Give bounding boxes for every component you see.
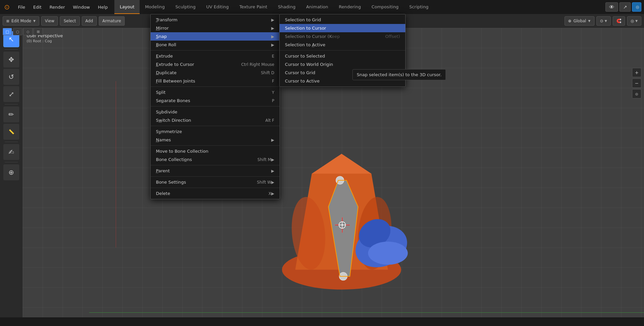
snap-cursor-to-world-origin[interactable]: Cursor to World Origin — [280, 60, 405, 69]
axis-line-green — [89, 312, 644, 313]
transform-selector[interactable]: ⊕ Global ▼ — [565, 16, 594, 26]
menu-item-fill-between[interactable]: Fill Between Joints F — [151, 77, 280, 85]
menu-item-bone-roll[interactable]: Bone Roll ▶ — [151, 41, 280, 49]
tool-move[interactable]: ✥ — [3, 52, 19, 68]
tool-ruler[interactable]: 📏 — [3, 124, 19, 140]
select-btn[interactable]: Select — [60, 16, 79, 26]
menu-item-extrude[interactable]: Extrude E — [151, 52, 280, 60]
top-menu-items: File Edit Render Window Help — [14, 0, 112, 14]
tab-animation[interactable]: Animation — [301, 0, 333, 14]
svg-point-11 — [368, 242, 408, 265]
menu-item-move-to-bone-coll[interactable]: Move to Bone Collection — [151, 147, 280, 155]
select-mode-circle[interactable]: ○ — [13, 28, 22, 35]
tab-layout[interactable]: Layout — [114, 0, 140, 14]
menu-item-separate-bones[interactable]: Separate Bones P — [151, 96, 280, 105]
tab-texture-paint[interactable]: Texture Paint — [234, 0, 273, 14]
snap-sep-1 — [280, 50, 405, 51]
menu-window[interactable]: Window — [69, 0, 94, 14]
menu-item-delete[interactable]: Delete X▶ — [151, 189, 280, 198]
tool-sep-4 — [5, 162, 18, 162]
tab-shading[interactable]: Shading — [273, 0, 301, 14]
menu-item-duplicate[interactable]: Duplicate Shift D — [151, 69, 280, 77]
menu-item-subdivide[interactable]: Subdivide — [151, 108, 280, 116]
menu-sep-1 — [151, 50, 280, 51]
tab-sculpting[interactable]: Sculpting — [170, 0, 201, 14]
workspace-tabs: Layout Modeling Sculpting UV Editing Tex… — [114, 0, 434, 14]
select-mode-extra[interactable]: ⊞ — [34, 28, 43, 35]
menu-item-extrude-cursor[interactable]: Extrude to Cursor Ctrl Right Mouse — [151, 60, 280, 69]
overlay-icon[interactable]: ↗ — [619, 2, 631, 12]
zoom-out-btn[interactable]: − — [632, 79, 641, 88]
menu-edit[interactable]: Edit — [29, 0, 46, 14]
tab-uv-editing[interactable]: UV Editing — [201, 0, 234, 14]
menu-item-split[interactable]: Split Y — [151, 88, 280, 96]
snap-sel-to-cursor-offset[interactable]: Selection to Cursor (Keep Offset) — [280, 32, 405, 41]
app-logo: ⊙ — [0, 0, 14, 14]
snap-cursor-to-grid[interactable]: Cursor to Grid — [280, 69, 405, 77]
proportional-btn[interactable]: ◎▼ — [627, 16, 641, 26]
tool-scale[interactable]: ⤢ — [3, 86, 19, 102]
view-local-btn[interactable]: ◎ — [632, 89, 641, 98]
tool-annotate[interactable]: ✍ — [3, 144, 19, 160]
svg-point-15 — [341, 224, 343, 226]
tool-pen[interactable]: ✏ — [3, 106, 19, 122]
select-mode-lasso[interactable]: ◇ — [23, 28, 33, 35]
tab-modeling[interactable]: Modeling — [140, 0, 170, 14]
select-mode-box[interactable]: □ — [3, 28, 12, 35]
viewport-shading-icon[interactable]: 👁 — [605, 2, 618, 12]
tool-rotate[interactable]: ↺ — [3, 69, 19, 85]
snap-cursor-to-selected[interactable]: Cursor to Selected — [280, 52, 405, 60]
top-menubar: ⊙ File Edit Render Window Help Layout Mo… — [0, 0, 644, 14]
tab-rendering[interactable]: Rendering — [333, 0, 366, 14]
status-bar — [0, 317, 644, 326]
tool-sep-2 — [5, 104, 18, 104]
tool-cursor[interactable]: ⊕ — [3, 164, 19, 180]
menu-sep-2 — [151, 86, 280, 87]
menu-item-switch-direction[interactable]: Switch Direction Alt F — [151, 116, 280, 124]
snap-sel-to-cursor[interactable]: Selection to Cursor — [280, 24, 405, 32]
menu-sep-6 — [151, 165, 280, 165]
menu-item-mirror[interactable]: Mirror ▶ — [151, 24, 280, 32]
tool-sep-1 — [5, 49, 18, 50]
snap-sel-to-active[interactable]: Selection to Active — [280, 41, 405, 49]
select-mode-bar: □ ○ ◇ ⊞ — [3, 28, 43, 35]
svg-marker-2 — [312, 154, 371, 174]
mode-selector[interactable]: ⊞ Edit Mode ▼ — [3, 16, 39, 26]
snap-sel-to-grid[interactable]: Selection to Grid — [280, 16, 405, 24]
add-btn[interactable]: Add — [82, 16, 97, 26]
snap-btn[interactable]: 🧲 — [613, 16, 625, 26]
menu-item-parent[interactable]: Parent ▶ — [151, 167, 280, 175]
menu-sep-3 — [151, 106, 280, 106]
menu-item-bone-collections[interactable]: Bone Collections Shift M▶ — [151, 155, 280, 164]
menu-sep-4 — [151, 126, 280, 126]
menu-item-snap[interactable]: Snap ▶ — [151, 32, 280, 41]
menu-item-bone-settings[interactable]: Bone Settings Shift W▶ — [151, 178, 280, 186]
snap-cursor-to-active[interactable]: Cursor to Active — [280, 77, 405, 85]
menu-file[interactable]: File — [14, 0, 29, 14]
menu-item-names[interactable]: Names ▶ — [151, 136, 280, 144]
tab-scripting[interactable]: Scripting — [404, 0, 434, 14]
viewport-object-label: (0) Root : Cog — [27, 39, 63, 43]
extra-icon[interactable]: ◎ — [632, 2, 641, 12]
menu-sep-7 — [151, 176, 280, 177]
snap-submenu: Selection to Grid Selection to Cursor Se… — [279, 14, 406, 87]
left-sidebar: ↖ ✥ ↺ ⤢ ✏ 📏 ✍ ⊕ — [0, 28, 23, 326]
armature-btn[interactable]: Armature — [99, 16, 125, 26]
tool-sep-3 — [5, 142, 18, 142]
axis-line-red — [116, 81, 116, 247]
armature-menu: Transform ▶ Mirror ▶ Snap ▶ Bone Roll ▶ … — [150, 14, 280, 199]
tab-compositing[interactable]: Compositing — [366, 0, 404, 14]
menu-help[interactable]: Help — [94, 0, 112, 14]
zoom-in-btn[interactable]: + — [632, 68, 641, 77]
menu-item-symmetrize[interactable]: Symmetrize — [151, 127, 280, 136]
view-btn[interactable]: View — [41, 16, 58, 26]
viewport-controls-right: + − ◎ — [632, 68, 641, 98]
menu-sep-5 — [151, 145, 280, 146]
menu-render[interactable]: Render — [46, 0, 69, 14]
pivot-btn[interactable]: ⊙▼ — [596, 16, 611, 26]
menu-sep-8 — [151, 188, 280, 188]
menu-item-transform[interactable]: Transform ▶ — [151, 16, 280, 24]
